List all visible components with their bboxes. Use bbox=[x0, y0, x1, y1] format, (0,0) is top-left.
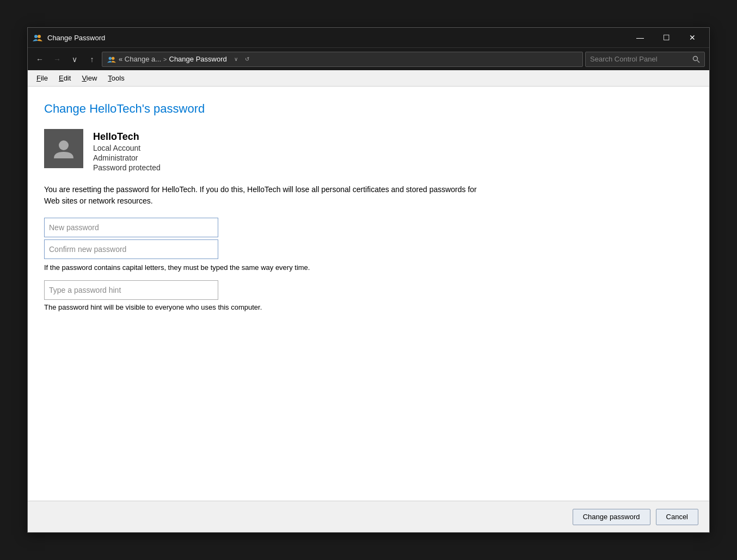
dropdown-button[interactable]: ∨ bbox=[67, 52, 82, 67]
cancel-button[interactable]: Cancel bbox=[656, 509, 698, 525]
window-title: Change Password bbox=[47, 34, 628, 42]
menu-bar: File Edit View Tools bbox=[28, 70, 709, 87]
password-hint-input[interactable] bbox=[44, 280, 218, 300]
hint-visibility-note: The password hint will be visible to eve… bbox=[44, 303, 693, 311]
breadcrumb-prefix[interactable]: « Change a... bbox=[119, 55, 161, 63]
nav-bar: ← → ∨ ↑ « Change a... > Change Password … bbox=[28, 47, 709, 70]
page-heading: Change HelloTech's password bbox=[44, 102, 693, 116]
breadcrumb-bar: « Change a... > Change Password ∨ ↺ bbox=[102, 52, 583, 67]
breadcrumb-controls: ∨ ↺ bbox=[231, 54, 252, 64]
breadcrumb-icon bbox=[107, 54, 116, 64]
breadcrumb-dropdown-button[interactable]: ∨ bbox=[231, 54, 241, 64]
window-icon bbox=[32, 32, 43, 43]
search-input[interactable] bbox=[590, 55, 690, 63]
avatar-icon bbox=[52, 137, 76, 161]
warning-text: You are resetting the password for Hello… bbox=[44, 184, 480, 207]
menu-edit[interactable]: Edit bbox=[54, 72, 75, 85]
menu-file-label: File bbox=[36, 74, 48, 82]
user-avatar bbox=[44, 129, 83, 168]
capital-letters-note: If the password contains capital letters… bbox=[44, 263, 693, 272]
content-area: Change HelloTech's password HelloTech Lo… bbox=[28, 87, 709, 501]
search-button[interactable] bbox=[692, 56, 700, 63]
breadcrumb-current: Change Password bbox=[169, 55, 227, 63]
maximize-button[interactable]: ☐ bbox=[654, 29, 679, 46]
svg-point-0 bbox=[34, 35, 38, 38]
window-controls: — ☐ ✕ bbox=[628, 29, 705, 46]
minimize-button[interactable]: — bbox=[628, 29, 653, 46]
user-role: Administrator bbox=[93, 153, 161, 162]
breadcrumb-refresh-button[interactable]: ↺ bbox=[242, 54, 252, 64]
user-status: Password protected bbox=[93, 163, 161, 172]
main-window: Change Password — ☐ ✕ ← → ∨ ↑ « Change a… bbox=[27, 27, 710, 533]
svg-point-4 bbox=[693, 56, 698, 60]
menu-edit-label: Edit bbox=[59, 74, 71, 82]
svg-point-2 bbox=[109, 57, 112, 59]
search-box bbox=[585, 52, 705, 67]
confirm-password-input[interactable] bbox=[44, 239, 218, 259]
breadcrumb-separator: > bbox=[163, 56, 167, 63]
user-profile: HelloTech Local Account Administrator Pa… bbox=[44, 129, 693, 172]
svg-point-6 bbox=[59, 140, 69, 150]
close-button[interactable]: ✕ bbox=[680, 29, 705, 46]
user-info: HelloTech Local Account Administrator Pa… bbox=[93, 129, 161, 172]
menu-view[interactable]: View bbox=[77, 72, 101, 85]
menu-file[interactable]: File bbox=[32, 72, 52, 85]
change-password-button[interactable]: Change password bbox=[573, 509, 650, 525]
new-password-input[interactable] bbox=[44, 218, 218, 237]
svg-point-1 bbox=[38, 35, 41, 38]
menu-tools[interactable]: Tools bbox=[103, 72, 128, 85]
menu-view-label: View bbox=[82, 74, 97, 82]
svg-point-3 bbox=[112, 57, 114, 59]
user-name: HelloTech bbox=[93, 131, 161, 143]
svg-line-5 bbox=[697, 60, 699, 63]
up-button[interactable]: ↑ bbox=[84, 52, 100, 67]
forward-button[interactable]: → bbox=[50, 52, 65, 67]
title-bar: Change Password — ☐ ✕ bbox=[28, 28, 709, 47]
user-account-type: Local Account bbox=[93, 144, 161, 152]
menu-tools-label: Tools bbox=[108, 74, 124, 82]
back-button[interactable]: ← bbox=[32, 52, 47, 67]
footer: Change password Cancel bbox=[28, 501, 709, 532]
search-icon bbox=[692, 56, 700, 63]
